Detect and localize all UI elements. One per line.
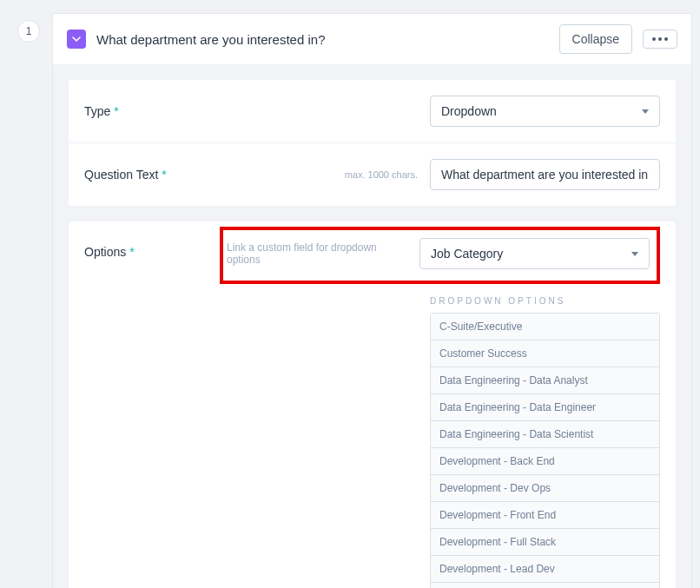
required-indicator: * xyxy=(162,168,166,182)
dropdown-option-item: Data Engineering - Data Analyst xyxy=(431,367,659,393)
chevron-down-icon xyxy=(642,109,649,114)
max-chars-hint: max. 1000 chars. xyxy=(345,169,418,180)
custom-field-select-value: Job Category xyxy=(431,247,503,261)
dropdown-option-item: Development - Lead Dev xyxy=(431,555,659,582)
dropdown-icon xyxy=(67,30,86,49)
dots-icon xyxy=(652,37,668,41)
custom-field-select[interactable]: Job Category xyxy=(419,238,650,269)
dropdown-option-item: Development - Front End xyxy=(431,501,659,528)
highlight-annotation: Link a custom field for dropdown options… xyxy=(220,227,660,284)
type-label: Type * xyxy=(84,104,223,118)
question-step-row: 1 What department are you interested in?… xyxy=(17,13,683,588)
type-select[interactable]: Dropdown xyxy=(430,96,660,127)
dropdown-options-header: DROPDOWN OPTIONS xyxy=(430,296,660,306)
dropdown-option-item: Customer Success xyxy=(431,340,659,367)
collapse-button[interactable]: Collapse xyxy=(559,24,632,54)
link-custom-field-hint: Link a custom field for dropdown options xyxy=(227,241,407,266)
dropdown-option-item: Data Engineering - Data Scientist xyxy=(431,420,659,447)
dropdown-option-item: Development - Dev Ops xyxy=(431,474,659,501)
options-label: Options * xyxy=(84,237,223,259)
options-panel: Options * Link a custom field for dropdo… xyxy=(69,221,676,588)
card-body: Type * Dropdown Question Text * max. 100… xyxy=(53,64,691,588)
dropdown-options-section: DROPDOWN OPTIONS C-Suite/ExecutiveCustom… xyxy=(430,296,660,588)
question-text-input[interactable] xyxy=(430,159,660,190)
type-row: Type * Dropdown xyxy=(69,80,676,142)
dropdown-option-item: Development - Full Stack xyxy=(431,528,659,555)
dropdown-options-list: C-Suite/ExecutiveCustomer SuccessData En… xyxy=(430,313,660,588)
dropdown-option-item: C-Suite/Executive xyxy=(431,314,659,340)
required-indicator: * xyxy=(114,104,118,118)
question-text-label: Question Text * xyxy=(84,168,223,182)
dropdown-option-item: Development - QA xyxy=(431,582,659,588)
more-options-button[interactable] xyxy=(643,30,677,49)
type-select-value: Dropdown xyxy=(441,104,497,118)
options-top-row: Options * Link a custom field for dropdo… xyxy=(84,237,660,284)
chevron-down-icon xyxy=(631,252,638,256)
dropdown-option-item: Data Engineering - Data Engineer xyxy=(431,393,659,420)
question-text-row: Question Text * max. 1000 chars. xyxy=(69,142,676,206)
settings-panel: Type * Dropdown Question Text * max. 100… xyxy=(69,80,676,206)
step-number-badge: 1 xyxy=(17,20,40,43)
card-header: What department are you interested in? C… xyxy=(53,14,691,64)
question-card: What department are you interested in? C… xyxy=(52,13,692,588)
question-title: What department are you interested in? xyxy=(96,32,549,47)
dropdown-option-item: Development - Back End xyxy=(431,447,659,474)
required-indicator: * xyxy=(129,245,134,259)
